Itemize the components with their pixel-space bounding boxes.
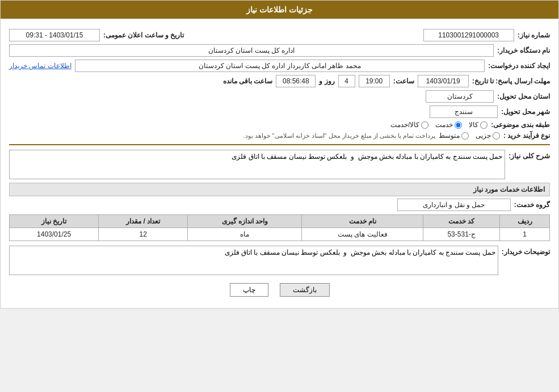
print-button[interactable]: چاپ <box>230 283 268 297</box>
mohlat-saat-label: ساعت: <box>393 77 414 85</box>
col-tarikh: تاریخ نیاز <box>10 215 99 228</box>
cell-nam: فعالیت های پست <box>302 228 423 241</box>
tabaqe-option-kala-khedmat[interactable]: کالا/خدمت <box>390 121 428 129</box>
ijad-konande-value: محمد طاهر امانی کاربرداز اداره کل پست اس… <box>75 60 485 72</box>
mohlat-baqi-value: 08:56:48 <box>276 75 316 87</box>
mohlat-saat: 19:00 <box>359 75 390 87</box>
button-group: بازگشت چاپ <box>9 283 550 297</box>
tarikh-value: 1403/01/15 - 09:31 <box>9 29 100 41</box>
tabaqe-option-kala[interactable]: کالا <box>469 121 487 129</box>
table-row: 1ج-531-53فعالیت های پستماه121403/01/25 <box>10 228 550 241</box>
ostan-tahvil-value: کردستان <box>426 90 494 103</box>
mohlat-rooz-value: 4 <box>338 75 355 87</box>
sharh-label: شرح کلی نیاز: <box>508 150 550 160</box>
sharh-textarea[interactable] <box>9 150 505 179</box>
goroh-value: حمل و نقل و انبارداری <box>397 199 511 211</box>
noe-farayand-motavaset[interactable]: متوسط <box>439 132 469 140</box>
cell-tarikh: 1403/01/25 <box>10 228 99 241</box>
noe-farayand-radio-group: جزیی متوسط <box>439 132 500 140</box>
noe-farayand-jozii[interactable]: جزیی <box>476 132 500 140</box>
shomara-niaz-label: شماره نیاز: <box>518 31 550 39</box>
shahr-tahvil-label: شهر محل تحویل: <box>501 108 550 116</box>
toseeh-label: توضیحات خریدار: <box>502 246 550 256</box>
tabaqe-radio-group: کالا خدمت کالا/خدمت <box>390 121 487 129</box>
noe-farayand-note: پرداخت تمام یا بخشی از مبلغ خریداز محل "… <box>243 132 435 140</box>
tarikh-label: تاریخ و ساعت اعلان عمومی: <box>103 31 184 39</box>
toseeh-textarea[interactable] <box>9 246 498 275</box>
col-radif: ردیف <box>500 215 550 228</box>
noe-farayand-label: نوع فرآیند خرید : <box>503 132 550 140</box>
tabaqe-option-khedmat[interactable]: خدمت <box>435 121 462 129</box>
cell-kod: ج-531-53 <box>423 228 499 241</box>
ostan-tahvil-label: استان محل تحویل: <box>497 92 550 100</box>
shahr-tahvil-value: سنندج <box>430 106 498 118</box>
page-header: جزئیات اطلاعات نیاز <box>1 1 558 19</box>
col-vahed: واحد اندازه گیری <box>188 215 302 228</box>
mohlat-rooz-label: روز و <box>319 77 334 85</box>
col-kod: کد خدمت <box>423 215 499 228</box>
nam-dastgah-label: نام دستگاه خریدار: <box>497 47 550 54</box>
khadamat-section-header: اطلاعات خدمات مورد نیاز <box>9 183 550 196</box>
ijad-konande-label: ایجاد کننده درخواست: <box>488 62 550 70</box>
mohlat-date: 1403/01/19 <box>418 75 469 87</box>
col-tedad: تعداد / مقدار <box>99 215 188 228</box>
mohlat-label: مهلت ارسال پاسخ: تا تاریخ: <box>472 77 550 85</box>
ittila-tamas-link[interactable]: اطلاعات تماس خریدار <box>9 62 72 70</box>
cell-radif: 1 <box>500 228 550 241</box>
mohlat-baqi-label: ساعت باقی مانده <box>223 77 273 85</box>
tabaqe-label: طبقه بندی موضوعی: <box>491 121 550 129</box>
goroh-label: گروه خدمت: <box>514 201 550 209</box>
nam-dastgah-value: اداره کل پست استان کردستان <box>9 44 494 57</box>
services-table: ردیف کد خدمت نام خدمت واحد اندازه گیری ت… <box>9 214 550 241</box>
shomara-niaz-value: 1103001291000003 <box>423 29 514 41</box>
cell-tedad: 12 <box>99 228 188 241</box>
col-nam: نام خدمت <box>302 215 423 228</box>
back-button[interactable]: بازگشت <box>280 283 330 297</box>
cell-vahed: ماه <box>188 228 302 241</box>
